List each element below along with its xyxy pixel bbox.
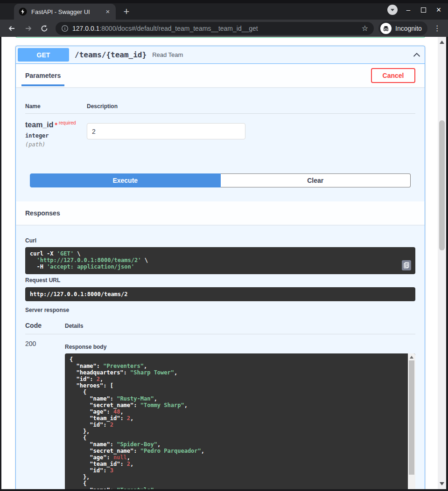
- incognito-icon: [380, 23, 392, 34]
- server-response-label: Server response: [25, 307, 415, 313]
- curl-command-code: curl -X 'GET' \ 'http://127.0.0.1:8000/t…: [30, 250, 397, 270]
- get-operation-block: GET /teams/{team_id} Read Team Parameter…: [15, 46, 425, 489]
- parameter-type: integer: [25, 132, 87, 139]
- operation-path: /teams/{team_id}: [75, 50, 147, 59]
- response-row: 200 Response body { "name": "Preventers"…: [25, 340, 415, 489]
- responses-section-header: Responses: [16, 201, 425, 225]
- request-url-value: http://127.0.0.1:8000/teams/2: [30, 291, 411, 297]
- bookmark-star-icon[interactable]: ☆: [362, 24, 368, 33]
- browser-menu-icon[interactable]: ⋮: [432, 24, 442, 33]
- page-scrollbar-thumb[interactable]: [439, 120, 445, 250]
- address-bar[interactable]: 127.0.0.1:8000/docs#/default/read_team_t…: [56, 22, 374, 35]
- curl-label: Curl: [25, 225, 415, 244]
- previous-operation-block-edge: [15, 37, 425, 38]
- execute-button-bar: Execute Clear: [30, 173, 411, 187]
- responses-title: Responses: [25, 209, 60, 217]
- parameter-name: team_id*required: [25, 120, 87, 129]
- response-body-json: { "name": "Preventers", "headquarters": …: [70, 356, 403, 489]
- fastapi-favicon: [19, 7, 27, 16]
- window-menu-button[interactable]: [387, 5, 398, 15]
- forward-button[interactable]: [24, 24, 33, 33]
- reload-button[interactable]: [40, 24, 49, 33]
- clear-button[interactable]: Clear: [221, 173, 411, 187]
- back-button[interactable]: [7, 24, 16, 33]
- url-text: 127.0.0.1:8000/docs#/default/read_team_t…: [72, 25, 358, 32]
- info-icon[interactable]: [61, 25, 69, 32]
- required-label: required: [59, 120, 76, 125]
- incognito-label: Incognito: [395, 25, 422, 32]
- response-body-block: { "name": "Preventers", "headquarters": …: [65, 353, 415, 489]
- request-url-block: http://127.0.0.1:8000/teams/2: [25, 287, 415, 301]
- tab-close-icon[interactable]: ×: [104, 7, 112, 16]
- curl-command-block: curl -X 'GET' \ 'http://127.0.0.1:8000/t…: [25, 247, 415, 274]
- response-body-label: Response body: [65, 340, 415, 350]
- browser-toolbar: 127.0.0.1:8000/docs#/default/read_team_t…: [0, 20, 448, 37]
- incognito-badge: Incognito: [378, 21, 427, 35]
- parameter-row: team_id*required integer (path): [25, 114, 415, 148]
- response-status-code: 200: [25, 340, 65, 489]
- column-header-name: Name: [25, 103, 87, 110]
- team-id-input[interactable]: [87, 123, 245, 139]
- scrollbar-up-arrow[interactable]: [410, 356, 413, 359]
- caret-down-icon: [391, 9, 394, 11]
- operation-summary-header[interactable]: GET /teams/{team_id} Read Team: [16, 46, 425, 64]
- column-header-description: Description: [87, 103, 118, 110]
- parameters-section-header: Parameters Cancel: [16, 64, 425, 87]
- parameters-table: Name Description team_id*required intege…: [16, 87, 425, 201]
- page-scroll-down-arrow[interactable]: [440, 482, 444, 485]
- copy-to-clipboard-button[interactable]: [402, 260, 411, 270]
- new-tab-button[interactable]: +: [120, 6, 133, 18]
- tab-title: FastAPI - Swagger UI: [31, 8, 104, 15]
- required-star: *: [55, 121, 57, 129]
- responses-area: Curl curl -X 'GET' \ 'http://127.0.0.1:8…: [16, 225, 425, 489]
- request-url-label: Request URL: [25, 277, 415, 284]
- column-header-details: Details: [65, 322, 83, 329]
- parameter-location: (path): [25, 141, 87, 148]
- active-tab-underline: [21, 84, 64, 86]
- maximize-icon: [421, 7, 426, 13]
- http-method-badge: GET: [18, 48, 69, 62]
- window-minimize-button[interactable]: –: [404, 5, 413, 14]
- operation-summary: Read Team: [152, 51, 183, 58]
- column-header-code: Code: [25, 322, 65, 329]
- response-body-scrollbar[interactable]: [408, 353, 415, 489]
- window-maximize-button[interactable]: [419, 7, 428, 13]
- titlebar-top-strip: [0, 0, 448, 3]
- browser-titlebar: FastAPI - Swagger UI × + – ×: [0, 0, 448, 20]
- parameters-title: Parameters: [25, 72, 61, 79]
- collapse-chevron-icon[interactable]: [413, 53, 420, 57]
- window-close-button[interactable]: ×: [434, 5, 443, 14]
- browser-tab[interactable]: FastAPI - Swagger UI ×: [14, 4, 116, 20]
- page-scrollbar[interactable]: [438, 37, 446, 489]
- cancel-button[interactable]: Cancel: [371, 68, 415, 83]
- url-path: :8000/docs#/default/read_team_teams__tea…: [99, 25, 258, 32]
- page-scroll-up-arrow[interactable]: [440, 41, 444, 44]
- url-host: 127.0.0.1: [72, 25, 99, 32]
- scrollbar-thumb[interactable]: [409, 360, 414, 475]
- execute-button[interactable]: Execute: [30, 173, 221, 187]
- swagger-page: GET /teams/{team_id} Read Team Parameter…: [1, 37, 438, 489]
